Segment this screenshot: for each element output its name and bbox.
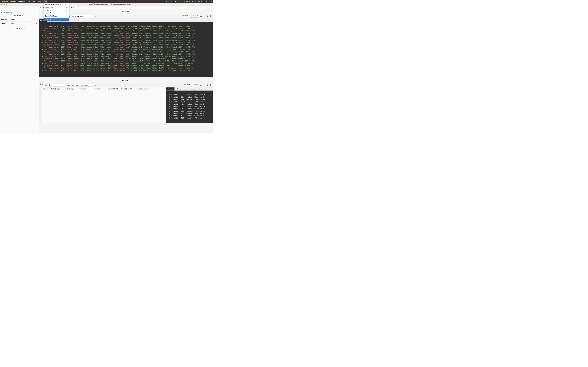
- panel2-name-input[interactable]: [71, 84, 94, 86]
- panel-fetch-nginx: ˄ ˅ Type File Name ≡ Succeeded 27 minute…: [39, 14, 213, 77]
- mac-menubar: DataStation Community Edition File Help …: [0, 0, 213, 3]
- cloud-icon[interactable]: ☁: [168, 0, 170, 2]
- panel1-menu-icon[interactable]: ≡: [95, 15, 96, 17]
- sidebar: ⚲ ‹ DATA SOURCES Add Connector SSH CONNE…: [0, 6, 39, 133]
- spotlight-icon[interactable]: 🔍: [189, 0, 191, 2]
- sidebar-heading-data-sources: DATA SOURCES: [1, 12, 37, 13]
- menu-toggle-dev-tools[interactable]: Toggle Developer Tools⌥⌘I: [44, 3, 69, 6]
- panel1-preview-json[interactable]: [ { "body_bytes_sent": "0", "http_refere…: [39, 22, 213, 77]
- panel1-delete-icon[interactable]: 🗑: [210, 15, 211, 17]
- panel2-rtab-preview[interactable]: Preview: [166, 87, 174, 91]
- panel2-download-icon[interactable]: ⭳: [203, 84, 205, 86]
- panel2-hide-icon[interactable]: 🛇: [207, 84, 208, 86]
- panel1-name-input[interactable]: [71, 15, 94, 17]
- add-connector-button[interactable]: Add Connector: [13, 14, 26, 17]
- delete-ssh-icon[interactable]: 🗑: [35, 23, 37, 25]
- panel2-type-select[interactable]: Code: [48, 84, 66, 86]
- panel2-name-label: Name: [67, 84, 70, 86]
- sidebar-heading-ssh: SSH CONNECTIONS: [1, 19, 37, 20]
- ssh-connection-row[interactable]: multiprocess.io 🗑: [1, 22, 37, 26]
- menubar-view[interactable]: View: [43, 0, 47, 2]
- panel2-status-took: Took 11 seconds: [183, 85, 199, 87]
- menubar-help[interactable]: Help: [32, 0, 36, 2]
- menubar-edit[interactable]: Edit: [38, 0, 42, 2]
- panel1-expand-up-icon[interactable]: ˄: [40, 16, 41, 17]
- close-window-button[interactable]: [1, 3, 3, 5]
- menubar-clock[interactable]: Mon Jan 17 2:10 PM: [198, 0, 212, 2]
- view-menu-dropdown: Toggle Developer Tools⌥⌘I Actual Size⌘0 …: [44, 3, 69, 21]
- panel2-result-tabs: Preview Inferred Schema Metadata Stdout: [166, 87, 213, 91]
- menu-settings[interactable]: Settings: [44, 18, 69, 21]
- panel1-hide-icon[interactable]: 🛇: [207, 15, 208, 17]
- panel2-rtab-schema[interactable]: Inferred Schema: [174, 87, 188, 91]
- menubar-file[interactable]: File: [27, 0, 30, 2]
- menu-zoom-out[interactable]: Zoom Out⌘-: [44, 12, 69, 14]
- menu-toggle-fullscreen[interactable]: Toggle Full Screenfn F: [44, 15, 69, 17]
- panel2-result-json[interactable]: [ { "count(1)": 398, "version": "?versio…: [166, 91, 213, 123]
- panel1-expand-down-icon[interactable]: ˅: [42, 16, 43, 17]
- editor-tab-right: ard: [71, 6, 74, 8]
- search-icon[interactable]: ⚲: [1, 7, 3, 9]
- panel2-delete-icon[interactable]: 🗑: [210, 84, 211, 86]
- panel2-rtab-stdout[interactable]: Stdout: [198, 87, 205, 91]
- menu-actual-size[interactable]: Actual Size⌘0: [44, 6, 69, 9]
- panel2-code-editor[interactable]: 1 SELECT substr(request, instr(request, …: [39, 87, 166, 123]
- zoom-window-button[interactable]: [6, 3, 7, 5]
- battery-icon[interactable]: 🔋: [177, 0, 179, 2]
- siri-icon[interactable]: ◎: [195, 0, 196, 2]
- menu-zoom-in[interactable]: Zoom In⌘+: [44, 9, 69, 12]
- panel2-rtab-metadata[interactable]: Metadata: [188, 87, 198, 91]
- sidebar-collapse-icon[interactable]: ‹: [37, 7, 37, 9]
- panel2-status-ok: Succeeded: [183, 83, 191, 85]
- panel-find-versions: ˄ ˅ Type Code Name ≡ Succeeded 3 days ag…: [39, 83, 213, 123]
- panel1-status-took: Took 6 seconds: [181, 16, 199, 18]
- panel2-type-label: Type: [44, 84, 47, 86]
- panel1-status-when: 27 minutes ago: [189, 15, 199, 16]
- panel2-run-icon[interactable]: ▶: [200, 84, 202, 86]
- panel1-status-ok: Succeeded: [181, 15, 188, 16]
- glasses-icon[interactable]: ⊙⊙: [171, 0, 173, 2]
- add-server-button[interactable]: Add Server: [14, 27, 25, 30]
- panel1-run-icon[interactable]: ▶: [200, 15, 202, 17]
- evernote-icon[interactable]: ✱: [165, 0, 167, 2]
- add-panel-button-top[interactable]: Add Panel: [121, 10, 131, 13]
- panel2-expand-up-icon[interactable]: ˄: [40, 84, 41, 86]
- window-title-path: /Users/philipeaton/DataStationProjects/D…: [7, 3, 213, 5]
- traffic-lights: [1, 3, 7, 5]
- wifi-icon[interactable]: ᯤ: [180, 0, 182, 2]
- main-area: 🗑 Editorard Add Panel ˄ ˅ Type File Name…: [39, 6, 213, 133]
- menubar-appname[interactable]: DataStation Community Edition: [2, 0, 26, 2]
- window-titlebar: /Users/philipeaton/DataStationProjects/D…: [0, 3, 213, 6]
- delete-page-icon[interactable]: 🗑: [40, 6, 42, 8]
- ssh-host-label: multiprocess.io: [2, 23, 14, 25]
- flag-icon[interactable]: 🇺🇸: [186, 0, 188, 2]
- user-icon[interactable]: ◯: [183, 0, 185, 2]
- add-panel-button-mid[interactable]: Add Panel: [121, 79, 131, 82]
- panel2-expand-down-icon[interactable]: ˅: [42, 84, 43, 86]
- sync-icon[interactable]: ⟳: [174, 0, 176, 2]
- panel2-menu-icon[interactable]: ≡: [95, 84, 96, 86]
- control-center-icon[interactable]: ☰: [192, 0, 194, 2]
- minimize-window-button[interactable]: [3, 3, 5, 5]
- panel2-status-when: 3 days ago: [191, 83, 199, 85]
- panel1-download-icon[interactable]: ⭳: [203, 15, 205, 17]
